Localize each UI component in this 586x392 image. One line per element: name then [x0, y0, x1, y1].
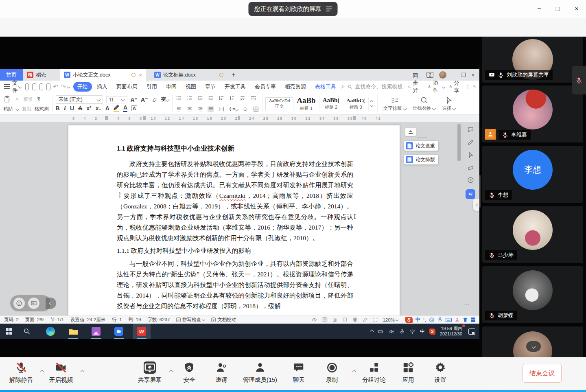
chevron-right-icon[interactable]: [340, 85, 343, 88]
ribbon-tab-review[interactable]: 审阅: [162, 82, 181, 92]
paste-label[interactable]: 粘贴: [3, 106, 13, 112]
ribbon-tab-insert[interactable]: 插入: [93, 82, 112, 92]
new-tab-button[interactable]: +: [227, 69, 239, 81]
wps-home-tab[interactable]: 首页: [0, 69, 23, 81]
ribbon-tab-member[interactable]: 会员专享: [251, 82, 280, 92]
char-border-icon[interactable]: A: [131, 105, 137, 111]
numbered-list-icon[interactable]: [186, 95, 193, 101]
assistant-icon[interactable]: [466, 189, 475, 199]
self-view-mini[interactable]: [572, 66, 586, 94]
share-options-caret[interactable]: [169, 370, 173, 374]
table-column-marker[interactable]: [143, 116, 146, 120]
eraser-icon[interactable]: [467, 164, 474, 171]
more-tools-icon[interactable]: ⋯: [464, 301, 470, 308]
ime-menu-icon[interactable]: [471, 318, 476, 322]
ribbon-tab-devtools[interactable]: 开发工具: [221, 82, 250, 92]
status-words[interactable]: 字数: 6237: [147, 317, 170, 323]
format-painter-icon[interactable]: [36, 97, 42, 102]
show-marks-icon[interactable]: [250, 95, 256, 101]
video-options-caret[interactable]: [81, 370, 85, 374]
print-icon[interactable]: [39, 83, 43, 90]
edit-pen-icon[interactable]: [362, 317, 368, 322]
superscript-icon[interactable]: x²: [86, 105, 91, 112]
edge-taskbar-icon[interactable]: [42, 324, 59, 339]
participant-tile[interactable]: 胡梦蝶: [482, 266, 583, 323]
cursor-icon[interactable]: [467, 151, 474, 158]
shading-icon[interactable]: [242, 106, 249, 112]
scroll-participants-button[interactable]: [526, 341, 541, 352]
sogou-tray-icon[interactable]: S: [429, 328, 435, 335]
invite-button[interactable]: 邀请: [215, 361, 227, 384]
increase-indent-icon[interactable]: [208, 95, 214, 101]
more-menu-icon[interactable]: ⋮: [465, 84, 470, 90]
table-column-marker[interactable]: [353, 116, 356, 120]
highlight-color-icon[interactable]: 🖉: [114, 104, 119, 112]
keyboard-icon[interactable]: [446, 318, 452, 322]
record-button[interactable]: 录制: [326, 361, 338, 384]
document-page[interactable]: 1.1 政府支持与科技型中小企业技术创新 政府支持主要包括研发补贴和税收优惠两种…: [68, 125, 400, 315]
zoom-control[interactable]: 120%: [383, 318, 398, 322]
bold-icon[interactable]: B: [56, 105, 60, 112]
phonetic-icon[interactable]: 变: [161, 96, 169, 103]
close-tab-icon[interactable]: ×: [138, 72, 142, 78]
clock[interactable]: 19:59 周四 2021/12/30: [440, 326, 464, 337]
mute-options-caret[interactable]: [40, 370, 44, 374]
collapse-ribbon-icon[interactable]: [473, 85, 476, 88]
wps-minimize-button[interactable]: −: [452, 72, 455, 78]
paper-check-button[interactable]: 📄 论文查重: [404, 141, 438, 151]
outline-view-icon[interactable]: [332, 317, 338, 322]
action-center-icon[interactable]: [468, 328, 475, 335]
align-center-icon[interactable]: [186, 106, 193, 112]
doc-tab-active[interactable]: W 小论文正文.docx ×: [60, 69, 146, 81]
styles-scroll[interactable]: [369, 101, 375, 107]
share-screen-button[interactable]: 共享屏幕: [138, 361, 162, 384]
paper-format-button[interactable]: 📃 论文排版: [404, 155, 438, 164]
ime-indicator[interactable]: 中: [420, 328, 425, 335]
close-button[interactable]: ×: [571, 3, 583, 15]
banner-menu-icon[interactable]: [326, 7, 332, 11]
underline-icon[interactable]: U: [70, 105, 74, 112]
clear-format-icon[interactable]: [151, 97, 158, 103]
grow-font-icon[interactable]: A⁺: [131, 96, 138, 103]
sort-icon[interactable]: [229, 95, 235, 101]
subscript-icon[interactable]: x₂: [96, 105, 101, 112]
explorer-taskbar-icon[interactable]: [64, 324, 82, 339]
ribbon-tab-start[interactable]: 开始: [73, 82, 92, 92]
doc-tab-inactive[interactable]: W 论文框架.docx: [150, 69, 227, 81]
proofread-button[interactable]: x 文档校对: [211, 317, 236, 323]
eye-protect-icon[interactable]: [311, 317, 317, 322]
ime-mode-icon[interactable]: 中: [415, 316, 420, 323]
security-button[interactable]: 安全: [183, 361, 195, 384]
wrap-icon[interactable]: [239, 95, 246, 101]
participant-tile[interactable]: 李想 李想: [482, 146, 583, 203]
cut-text[interactable]: 剪切: [23, 96, 33, 103]
undo-icon[interactable]: ↶: [53, 83, 59, 90]
emoji-icon[interactable]: [429, 317, 435, 323]
manage-members-button[interactable]: 管理成员(15): [243, 361, 277, 384]
ribbon-tab-table-tools[interactable]: 表格工具: [311, 82, 340, 92]
menu-icon[interactable]: [4, 84, 10, 89]
fit-page-icon[interactable]: [372, 317, 378, 322]
italic-icon[interactable]: I: [64, 105, 66, 112]
ribbon-tab-layout[interactable]: 页面布局: [112, 82, 142, 92]
format-painter-label[interactable]: 格式刷: [35, 106, 49, 112]
indent-marker[interactable]: [105, 116, 108, 120]
apps-button[interactable]: 应用: [402, 361, 414, 384]
chat-button[interactable]: 聊天: [293, 361, 305, 384]
justify-icon[interactable]: [208, 106, 214, 112]
skin-icon[interactable]: [463, 317, 468, 322]
preview-icon[interactable]: [46, 83, 50, 90]
start-video-button[interactable]: 开启视频: [49, 361, 73, 384]
export-icon[interactable]: [32, 83, 36, 90]
paste-icon[interactable]: [3, 95, 11, 103]
speaker-icon[interactable]: [388, 328, 394, 335]
participant-tile[interactable]: 李维嘉: [482, 85, 583, 142]
start-button[interactable]: [0, 324, 18, 339]
window-switcher-icon[interactable]: 2: [426, 72, 433, 78]
wps-restore-button[interactable]: ❐: [461, 72, 466, 78]
ribbon-tab-docer-res[interactable]: 稻壳资源: [281, 82, 310, 92]
tray-mic-icon[interactable]: [399, 328, 405, 335]
redo-icon[interactable]: ↷: [61, 83, 66, 90]
distribute-icon[interactable]: [218, 106, 225, 112]
ribbon-tab-view[interactable]: 视图: [181, 82, 200, 92]
